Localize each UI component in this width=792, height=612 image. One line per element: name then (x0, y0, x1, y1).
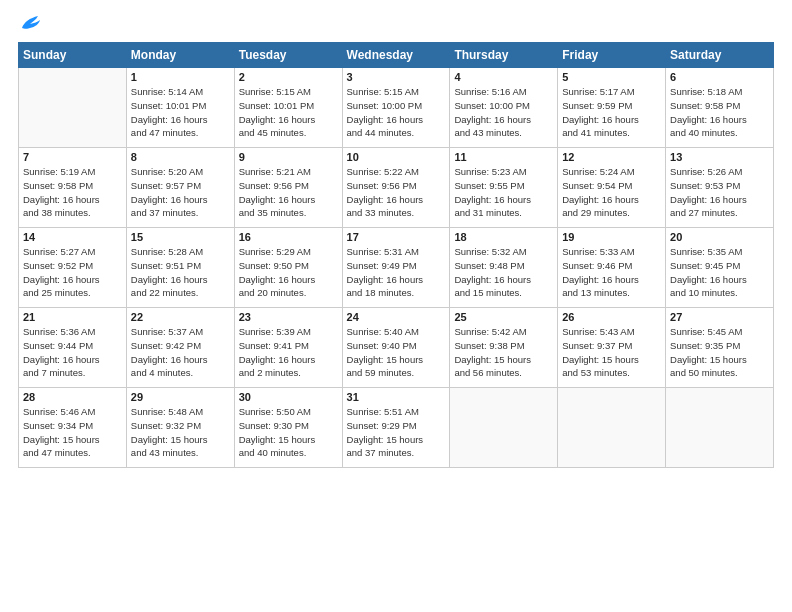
day-number: 7 (23, 151, 122, 163)
day-info: Sunrise: 5:17 AM Sunset: 9:59 PM Dayligh… (562, 85, 661, 140)
calendar-cell: 31Sunrise: 5:51 AM Sunset: 9:29 PM Dayli… (342, 388, 450, 468)
calendar-cell: 25Sunrise: 5:42 AM Sunset: 9:38 PM Dayli… (450, 308, 558, 388)
calendar-cell (666, 388, 774, 468)
week-row-1: 1Sunrise: 5:14 AM Sunset: 10:01 PM Dayli… (19, 68, 774, 148)
calendar-cell: 7Sunrise: 5:19 AM Sunset: 9:58 PM Daylig… (19, 148, 127, 228)
day-number: 24 (347, 311, 446, 323)
week-row-3: 14Sunrise: 5:27 AM Sunset: 9:52 PM Dayli… (19, 228, 774, 308)
calendar-cell: 1Sunrise: 5:14 AM Sunset: 10:01 PM Dayli… (126, 68, 234, 148)
calendar-cell: 11Sunrise: 5:23 AM Sunset: 9:55 PM Dayli… (450, 148, 558, 228)
day-number: 30 (239, 391, 338, 403)
logo-bird-icon (20, 14, 42, 36)
day-number: 17 (347, 231, 446, 243)
day-info: Sunrise: 5:35 AM Sunset: 9:45 PM Dayligh… (670, 245, 769, 300)
day-number: 16 (239, 231, 338, 243)
day-number: 22 (131, 311, 230, 323)
day-number: 13 (670, 151, 769, 163)
day-info: Sunrise: 5:40 AM Sunset: 9:40 PM Dayligh… (347, 325, 446, 380)
day-info: Sunrise: 5:14 AM Sunset: 10:01 PM Daylig… (131, 85, 230, 140)
calendar-cell: 24Sunrise: 5:40 AM Sunset: 9:40 PM Dayli… (342, 308, 450, 388)
day-number: 8 (131, 151, 230, 163)
calendar-cell: 20Sunrise: 5:35 AM Sunset: 9:45 PM Dayli… (666, 228, 774, 308)
day-number: 15 (131, 231, 230, 243)
day-number: 18 (454, 231, 553, 243)
day-info: Sunrise: 5:43 AM Sunset: 9:37 PM Dayligh… (562, 325, 661, 380)
day-info: Sunrise: 5:24 AM Sunset: 9:54 PM Dayligh… (562, 165, 661, 220)
day-info: Sunrise: 5:37 AM Sunset: 9:42 PM Dayligh… (131, 325, 230, 380)
calendar-cell (19, 68, 127, 148)
weekday-header-wednesday: Wednesday (342, 43, 450, 68)
day-number: 6 (670, 71, 769, 83)
calendar-cell: 8Sunrise: 5:20 AM Sunset: 9:57 PM Daylig… (126, 148, 234, 228)
day-info: Sunrise: 5:45 AM Sunset: 9:35 PM Dayligh… (670, 325, 769, 380)
calendar-cell: 30Sunrise: 5:50 AM Sunset: 9:30 PM Dayli… (234, 388, 342, 468)
header (18, 10, 774, 36)
day-info: Sunrise: 5:18 AM Sunset: 9:58 PM Dayligh… (670, 85, 769, 140)
day-number: 11 (454, 151, 553, 163)
calendar-cell: 9Sunrise: 5:21 AM Sunset: 9:56 PM Daylig… (234, 148, 342, 228)
calendar-cell (450, 388, 558, 468)
day-number: 1 (131, 71, 230, 83)
day-number: 9 (239, 151, 338, 163)
weekday-header-thursday: Thursday (450, 43, 558, 68)
day-info: Sunrise: 5:27 AM Sunset: 9:52 PM Dayligh… (23, 245, 122, 300)
calendar-cell (558, 388, 666, 468)
calendar-page: SundayMondayTuesdayWednesdayThursdayFrid… (0, 0, 792, 612)
calendar-cell: 21Sunrise: 5:36 AM Sunset: 9:44 PM Dayli… (19, 308, 127, 388)
calendar-table: SundayMondayTuesdayWednesdayThursdayFrid… (18, 42, 774, 468)
calendar-cell: 17Sunrise: 5:31 AM Sunset: 9:49 PM Dayli… (342, 228, 450, 308)
calendar-cell: 2Sunrise: 5:15 AM Sunset: 10:01 PM Dayli… (234, 68, 342, 148)
day-number: 20 (670, 231, 769, 243)
day-number: 31 (347, 391, 446, 403)
day-info: Sunrise: 5:15 AM Sunset: 10:00 PM Daylig… (347, 85, 446, 140)
day-info: Sunrise: 5:39 AM Sunset: 9:41 PM Dayligh… (239, 325, 338, 380)
day-info: Sunrise: 5:26 AM Sunset: 9:53 PM Dayligh… (670, 165, 769, 220)
day-info: Sunrise: 5:42 AM Sunset: 9:38 PM Dayligh… (454, 325, 553, 380)
weekday-header-sunday: Sunday (19, 43, 127, 68)
calendar-cell: 12Sunrise: 5:24 AM Sunset: 9:54 PM Dayli… (558, 148, 666, 228)
day-number: 4 (454, 71, 553, 83)
calendar-cell: 10Sunrise: 5:22 AM Sunset: 9:56 PM Dayli… (342, 148, 450, 228)
calendar-cell: 22Sunrise: 5:37 AM Sunset: 9:42 PM Dayli… (126, 308, 234, 388)
calendar-cell: 28Sunrise: 5:46 AM Sunset: 9:34 PM Dayli… (19, 388, 127, 468)
calendar-cell: 13Sunrise: 5:26 AM Sunset: 9:53 PM Dayli… (666, 148, 774, 228)
day-number: 26 (562, 311, 661, 323)
week-row-2: 7Sunrise: 5:19 AM Sunset: 9:58 PM Daylig… (19, 148, 774, 228)
logo (18, 14, 42, 36)
day-info: Sunrise: 5:21 AM Sunset: 9:56 PM Dayligh… (239, 165, 338, 220)
calendar-cell: 23Sunrise: 5:39 AM Sunset: 9:41 PM Dayli… (234, 308, 342, 388)
calendar-cell: 16Sunrise: 5:29 AM Sunset: 9:50 PM Dayli… (234, 228, 342, 308)
day-number: 5 (562, 71, 661, 83)
day-number: 19 (562, 231, 661, 243)
week-row-5: 28Sunrise: 5:46 AM Sunset: 9:34 PM Dayli… (19, 388, 774, 468)
calendar-cell: 19Sunrise: 5:33 AM Sunset: 9:46 PM Dayli… (558, 228, 666, 308)
weekday-header-tuesday: Tuesday (234, 43, 342, 68)
day-number: 12 (562, 151, 661, 163)
day-number: 3 (347, 71, 446, 83)
day-number: 25 (454, 311, 553, 323)
day-info: Sunrise: 5:51 AM Sunset: 9:29 PM Dayligh… (347, 405, 446, 460)
calendar-cell: 26Sunrise: 5:43 AM Sunset: 9:37 PM Dayli… (558, 308, 666, 388)
day-info: Sunrise: 5:16 AM Sunset: 10:00 PM Daylig… (454, 85, 553, 140)
day-info: Sunrise: 5:50 AM Sunset: 9:30 PM Dayligh… (239, 405, 338, 460)
day-number: 29 (131, 391, 230, 403)
day-info: Sunrise: 5:36 AM Sunset: 9:44 PM Dayligh… (23, 325, 122, 380)
day-number: 21 (23, 311, 122, 323)
weekday-header-row: SundayMondayTuesdayWednesdayThursdayFrid… (19, 43, 774, 68)
weekday-header-saturday: Saturday (666, 43, 774, 68)
day-number: 10 (347, 151, 446, 163)
day-number: 23 (239, 311, 338, 323)
calendar-cell: 15Sunrise: 5:28 AM Sunset: 9:51 PM Dayli… (126, 228, 234, 308)
day-number: 28 (23, 391, 122, 403)
day-info: Sunrise: 5:20 AM Sunset: 9:57 PM Dayligh… (131, 165, 230, 220)
day-number: 2 (239, 71, 338, 83)
calendar-cell: 18Sunrise: 5:32 AM Sunset: 9:48 PM Dayli… (450, 228, 558, 308)
day-info: Sunrise: 5:32 AM Sunset: 9:48 PM Dayligh… (454, 245, 553, 300)
day-number: 14 (23, 231, 122, 243)
day-number: 27 (670, 311, 769, 323)
weekday-header-friday: Friday (558, 43, 666, 68)
calendar-cell: 4Sunrise: 5:16 AM Sunset: 10:00 PM Dayli… (450, 68, 558, 148)
day-info: Sunrise: 5:48 AM Sunset: 9:32 PM Dayligh… (131, 405, 230, 460)
calendar-cell: 14Sunrise: 5:27 AM Sunset: 9:52 PM Dayli… (19, 228, 127, 308)
calendar-cell: 6Sunrise: 5:18 AM Sunset: 9:58 PM Daylig… (666, 68, 774, 148)
